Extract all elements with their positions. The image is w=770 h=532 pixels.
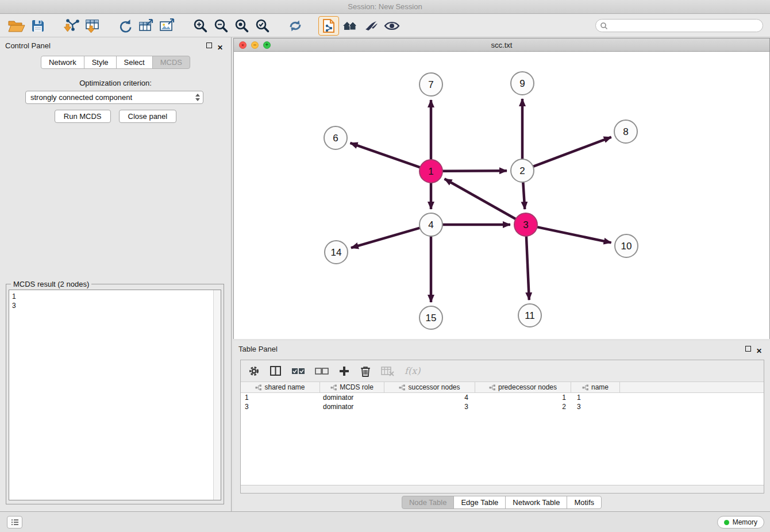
graph-node-8[interactable]: 8 xyxy=(614,120,637,143)
close-panel-icon[interactable] xyxy=(217,42,224,49)
deselect-all-button[interactable] xyxy=(315,367,329,375)
mcds-result-textarea[interactable]: 1 3 xyxy=(9,290,221,500)
close-table-panel-icon[interactable] xyxy=(756,345,763,352)
delete-column-button[interactable] xyxy=(360,365,371,377)
table-horizontal-scrollbar[interactable] xyxy=(241,485,764,493)
graph-node-14[interactable]: 14 xyxy=(325,241,348,264)
search-field[interactable] xyxy=(595,19,763,32)
show-columns-button[interactable] xyxy=(270,366,282,376)
table-row[interactable]: 1 dominator 4 1 1 xyxy=(241,393,764,402)
graph-edge-3-10[interactable] xyxy=(537,227,611,242)
run-mcds-button[interactable]: Run MCDS xyxy=(55,110,111,123)
show-hide-button[interactable] xyxy=(382,16,402,36)
graph-node-3[interactable]: 3 xyxy=(514,213,537,236)
column-header-name[interactable]: name xyxy=(571,382,620,392)
criterion-select[interactable]: strongly connected component xyxy=(25,91,203,104)
select-all-button[interactable] xyxy=(291,367,305,375)
minimize-window-icon[interactable] xyxy=(251,41,259,49)
graph-node-2[interactable]: 2 xyxy=(511,159,534,182)
function-builder-button[interactable]: f(x) xyxy=(405,365,420,376)
open-session-button[interactable] xyxy=(6,16,28,36)
table-settings-button[interactable] xyxy=(248,365,260,377)
tab-network[interactable]: Network xyxy=(41,56,84,69)
cell-mcds-role[interactable]: dominator xyxy=(320,393,384,402)
graph-node-15[interactable]: 15 xyxy=(419,306,442,329)
export-table-button[interactable] xyxy=(136,16,156,36)
delete-table-button[interactable] xyxy=(381,366,395,376)
zoom-fit-button[interactable] xyxy=(231,16,252,36)
graph-edge-4-14[interactable] xyxy=(351,228,420,248)
cell-predecessor-nodes[interactable]: 2 xyxy=(475,402,571,411)
export-network-button[interactable] xyxy=(115,16,136,36)
task-history-button[interactable] xyxy=(7,516,22,529)
network-canvas[interactable]: 7968124314101511 xyxy=(234,52,769,339)
column-header-shared-name[interactable]: shared name xyxy=(241,382,320,392)
create-column-button[interactable] xyxy=(338,365,350,377)
window-titlebar[interactable]: Session: New Session xyxy=(0,0,770,14)
close-panel-button[interactable]: Close panel xyxy=(119,110,177,123)
column-edit-icon xyxy=(582,384,589,391)
network-graph[interactable]: 7968124314101511 xyxy=(234,52,769,339)
graph-node-7[interactable]: 7 xyxy=(419,73,442,96)
zoom-selected-button[interactable] xyxy=(252,16,272,36)
export-image-button[interactable] xyxy=(156,16,177,36)
column-header-mcds-role[interactable]: MCDS role xyxy=(320,382,384,392)
show-navigator-button[interactable] xyxy=(339,16,361,36)
graph-node-10[interactable]: 10 xyxy=(615,234,638,257)
zoom-in-button[interactable] xyxy=(190,16,210,36)
memory-button[interactable]: Memory xyxy=(717,516,764,529)
tab-select[interactable]: Select xyxy=(116,56,153,69)
zoom-out-icon xyxy=(214,18,228,33)
cell-shared-name[interactable]: 1 xyxy=(241,393,320,402)
search-icon xyxy=(600,22,608,30)
cell-mcds-role[interactable]: dominator xyxy=(320,402,384,411)
search-input[interactable] xyxy=(610,21,763,31)
refresh-layout-button[interactable] xyxy=(285,16,306,36)
first-neighbors-button[interactable] xyxy=(318,16,339,36)
columns-icon xyxy=(270,366,282,376)
maximize-window-icon[interactable] xyxy=(263,41,271,49)
cell-successor-nodes[interactable]: 3 xyxy=(384,402,475,411)
cell-shared-name[interactable]: 3 xyxy=(241,402,320,411)
graph-edge-2-3[interactable] xyxy=(523,182,525,209)
float-table-panel-icon[interactable] xyxy=(745,346,751,352)
cell-successor-nodes[interactable]: 4 xyxy=(384,393,475,402)
graphics-details-button[interactable] xyxy=(361,16,382,36)
tab-mcds[interactable]: MCDS xyxy=(152,56,190,69)
graph-edge-1-2[interactable] xyxy=(442,171,507,171)
graph-node-9[interactable]: 9 xyxy=(511,72,534,95)
export-image-icon xyxy=(159,18,175,33)
graph-edge-3-11[interactable] xyxy=(526,236,529,300)
tab-node-table[interactable]: Node Table xyxy=(402,496,455,509)
cell-predecessor-nodes[interactable]: 1 xyxy=(475,393,571,402)
table-row[interactable]: 3 dominator 3 2 3 xyxy=(241,402,764,411)
cell-name[interactable]: 1 xyxy=(571,393,620,402)
zoom-out-button[interactable] xyxy=(210,16,231,36)
import-network-button[interactable] xyxy=(61,16,82,36)
tab-edge-table[interactable]: Edge Table xyxy=(453,496,506,509)
tab-style[interactable]: Style xyxy=(84,56,117,69)
save-session-button[interactable] xyxy=(28,16,48,36)
column-header-predecessor-nodes[interactable]: predecessor nodes xyxy=(475,382,571,392)
column-header-successor-nodes[interactable]: successor nodes xyxy=(384,382,475,392)
tab-network-table[interactable]: Network Table xyxy=(505,496,567,509)
graph-edge-2-8[interactable] xyxy=(533,137,611,167)
float-panel-icon[interactable] xyxy=(206,43,212,48)
graph-node-6[interactable]: 6 xyxy=(324,126,347,149)
graph-edge-1-6[interactable] xyxy=(350,143,420,167)
svg-text:4: 4 xyxy=(428,219,433,230)
graph-edge-3-1[interactable] xyxy=(445,179,516,219)
network-view-window: scc.txt 7968124314101511 xyxy=(233,38,770,339)
close-window-icon[interactable] xyxy=(239,41,247,49)
result-scrollbar[interactable] xyxy=(213,290,221,500)
table-header-row: shared name MCDS role successor nodes pr… xyxy=(241,382,764,393)
network-window-titlebar[interactable]: scc.txt xyxy=(234,38,769,52)
svg-text:6: 6 xyxy=(333,133,338,144)
import-table-button[interactable] xyxy=(82,16,102,36)
graph-node-1[interactable]: 1 xyxy=(419,160,442,183)
cell-name[interactable]: 3 xyxy=(571,402,620,411)
graph-node-4[interactable]: 4 xyxy=(419,213,442,236)
column-edit-icon xyxy=(255,384,262,391)
graph-node-11[interactable]: 11 xyxy=(518,304,541,327)
tab-motifs[interactable]: Motifs xyxy=(567,496,602,509)
